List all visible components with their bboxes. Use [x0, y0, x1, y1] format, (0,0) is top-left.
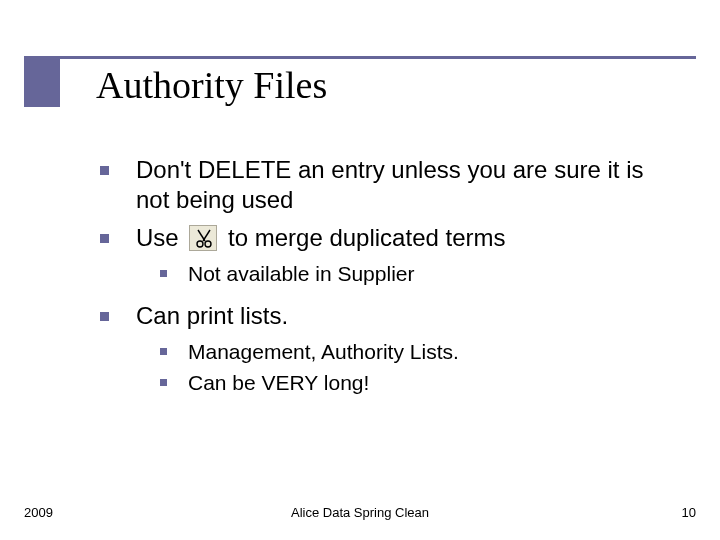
bullet-text: Not available in Supplier: [188, 262, 414, 285]
sub-bullet-group: Management, Authority Lists. Can be VERY…: [160, 339, 680, 396]
bullet-text-suffix: to merge duplicated terms: [228, 224, 505, 251]
footer-title: Alice Data Spring Clean: [0, 505, 720, 520]
bullet-level2: Management, Authority Lists.: [160, 339, 680, 365]
svg-point-3: [205, 241, 211, 247]
scissors-icon: [189, 225, 217, 251]
square-bullet-icon: [160, 379, 167, 386]
bullet-level1: Use to merge duplicated terms: [100, 223, 680, 253]
bullet-level2: Can be VERY long!: [160, 370, 680, 396]
slide-number: 10: [682, 505, 696, 520]
title-bar: Authority Files: [24, 56, 696, 116]
square-bullet-icon: [100, 312, 109, 321]
bullet-text: Don't DELETE an entry unless you are sur…: [136, 156, 643, 213]
square-bullet-icon: [100, 166, 109, 175]
slide-body: Don't DELETE an entry unless you are sur…: [100, 155, 680, 410]
bullet-level2: Not available in Supplier: [160, 261, 680, 287]
bullet-text: Management, Authority Lists.: [188, 340, 459, 363]
bullet-text: Can print lists.: [136, 302, 288, 329]
square-bullet-icon: [100, 234, 109, 243]
square-bullet-icon: [160, 348, 167, 355]
bullet-text-prefix: Use: [136, 224, 179, 251]
bullet-level1: Can print lists.: [100, 301, 680, 331]
svg-point-4: [204, 238, 206, 240]
sub-bullet-group: Not available in Supplier: [160, 261, 680, 287]
svg-point-2: [197, 241, 203, 247]
bullet-text: Can be VERY long!: [188, 371, 369, 394]
slide-title: Authority Files: [96, 63, 327, 107]
square-bullet-icon: [160, 270, 167, 277]
bullet-level1: Don't DELETE an entry unless you are sur…: [100, 155, 680, 215]
